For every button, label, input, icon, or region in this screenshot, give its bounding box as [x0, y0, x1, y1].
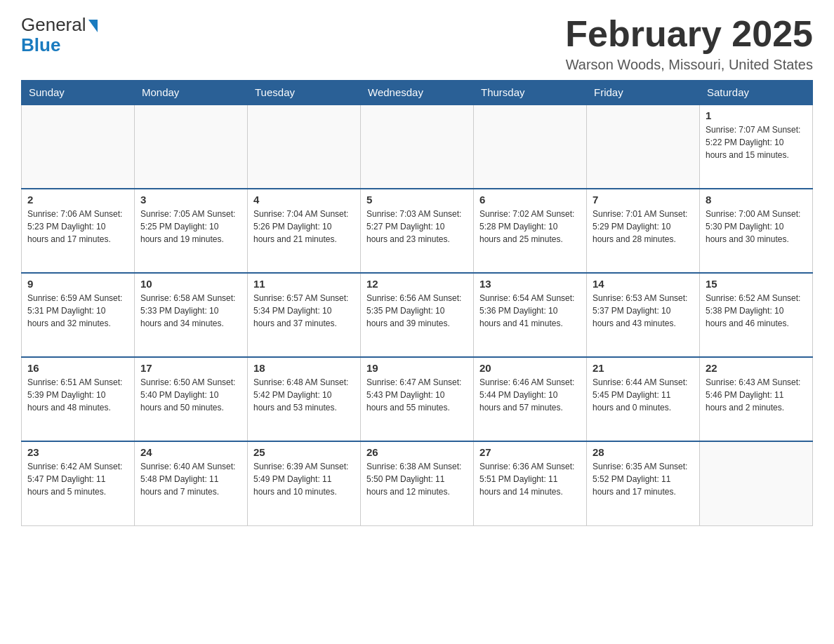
day-info: Sunrise: 7:04 AM Sunset: 5:26 PM Dayligh…	[253, 208, 355, 246]
day-number: 4	[253, 194, 355, 206]
day-info: Sunrise: 6:57 AM Sunset: 5:34 PM Dayligh…	[253, 292, 355, 330]
day-number: 2	[27, 194, 128, 206]
calendar-cell: 12Sunrise: 6:56 AM Sunset: 5:35 PM Dayli…	[361, 273, 474, 357]
calendar-cell	[22, 105, 135, 189]
day-number: 23	[27, 446, 128, 458]
calendar-cell	[135, 105, 248, 189]
calendar-cell: 19Sunrise: 6:47 AM Sunset: 5:43 PM Dayli…	[361, 357, 474, 441]
calendar-week-row: 1Sunrise: 7:07 AM Sunset: 5:22 PM Daylig…	[22, 105, 813, 189]
calendar-cell: 22Sunrise: 6:43 AM Sunset: 5:46 PM Dayli…	[700, 357, 813, 441]
day-number: 25	[253, 446, 355, 458]
day-info: Sunrise: 6:40 AM Sunset: 5:48 PM Dayligh…	[140, 460, 241, 498]
calendar-cell: 14Sunrise: 6:53 AM Sunset: 5:37 PM Dayli…	[587, 273, 700, 357]
logo-arrow-icon	[88, 20, 98, 32]
day-number: 19	[366, 362, 468, 374]
month-title: February 2025	[565, 14, 813, 54]
calendar-cell: 16Sunrise: 6:51 AM Sunset: 5:39 PM Dayli…	[22, 357, 135, 441]
calendar-cell: 25Sunrise: 6:39 AM Sunset: 5:49 PM Dayli…	[248, 441, 361, 525]
calendar-cell: 15Sunrise: 6:52 AM Sunset: 5:38 PM Dayli…	[700, 273, 813, 357]
calendar-cell: 17Sunrise: 6:50 AM Sunset: 5:40 PM Dayli…	[135, 357, 248, 441]
calendar-week-row: 9Sunrise: 6:59 AM Sunset: 5:31 PM Daylig…	[22, 273, 813, 357]
day-number: 1	[706, 109, 807, 121]
day-number: 16	[27, 362, 128, 374]
calendar-cell	[248, 105, 361, 189]
calendar-cell: 10Sunrise: 6:58 AM Sunset: 5:33 PM Dayli…	[135, 273, 248, 357]
day-info: Sunrise: 6:46 AM Sunset: 5:44 PM Dayligh…	[479, 376, 581, 414]
calendar-cell: 24Sunrise: 6:40 AM Sunset: 5:48 PM Dayli…	[135, 441, 248, 525]
day-info: Sunrise: 7:06 AM Sunset: 5:23 PM Dayligh…	[27, 208, 128, 246]
day-info: Sunrise: 6:54 AM Sunset: 5:36 PM Dayligh…	[479, 292, 581, 330]
logo-general-text: General	[21, 14, 86, 36]
day-number: 26	[366, 446, 468, 458]
calendar-table: SundayMondayTuesdayWednesdayThursdayFrid…	[21, 80, 813, 526]
day-info: Sunrise: 6:36 AM Sunset: 5:51 PM Dayligh…	[479, 460, 581, 498]
day-number: 10	[140, 278, 241, 290]
calendar-cell: 9Sunrise: 6:59 AM Sunset: 5:31 PM Daylig…	[22, 273, 135, 357]
day-number: 24	[140, 446, 241, 458]
day-info: Sunrise: 7:00 AM Sunset: 5:30 PM Dayligh…	[706, 208, 807, 246]
calendar-cell: 11Sunrise: 6:57 AM Sunset: 5:34 PM Dayli…	[248, 273, 361, 357]
day-info: Sunrise: 6:38 AM Sunset: 5:50 PM Dayligh…	[366, 460, 468, 498]
calendar-cell: 6Sunrise: 7:02 AM Sunset: 5:28 PM Daylig…	[474, 189, 587, 273]
calendar-cell: 2Sunrise: 7:06 AM Sunset: 5:23 PM Daylig…	[22, 189, 135, 273]
calendar-week-row: 16Sunrise: 6:51 AM Sunset: 5:39 PM Dayli…	[22, 357, 813, 441]
day-number: 15	[706, 278, 807, 290]
calendar-cell	[587, 105, 700, 189]
day-info: Sunrise: 6:44 AM Sunset: 5:45 PM Dayligh…	[593, 376, 694, 414]
day-number: 22	[706, 362, 807, 374]
day-info: Sunrise: 6:43 AM Sunset: 5:46 PM Dayligh…	[706, 376, 807, 414]
day-number: 3	[140, 194, 241, 206]
calendar-cell: 21Sunrise: 6:44 AM Sunset: 5:45 PM Dayli…	[587, 357, 700, 441]
weekday-header-sunday: Sunday	[22, 81, 135, 105]
day-number: 7	[593, 194, 694, 206]
calendar-cell: 13Sunrise: 6:54 AM Sunset: 5:36 PM Dayli…	[474, 273, 587, 357]
day-info: Sunrise: 7:01 AM Sunset: 5:29 PM Dayligh…	[593, 208, 694, 246]
calendar-week-row: 2Sunrise: 7:06 AM Sunset: 5:23 PM Daylig…	[22, 189, 813, 273]
day-number: 9	[27, 278, 128, 290]
day-info: Sunrise: 7:07 AM Sunset: 5:22 PM Dayligh…	[706, 123, 807, 161]
weekday-header-row: SundayMondayTuesdayWednesdayThursdayFrid…	[22, 81, 813, 105]
day-number: 13	[479, 278, 581, 290]
day-info: Sunrise: 6:58 AM Sunset: 5:33 PM Dayligh…	[140, 292, 241, 330]
calendar-cell: 23Sunrise: 6:42 AM Sunset: 5:47 PM Dayli…	[22, 441, 135, 525]
calendar-week-row: 23Sunrise: 6:42 AM Sunset: 5:47 PM Dayli…	[22, 441, 813, 525]
day-info: Sunrise: 6:56 AM Sunset: 5:35 PM Dayligh…	[366, 292, 468, 330]
calendar-cell: 26Sunrise: 6:38 AM Sunset: 5:50 PM Dayli…	[361, 441, 474, 525]
day-number: 27	[479, 446, 581, 458]
calendar-cell: 18Sunrise: 6:48 AM Sunset: 5:42 PM Dayli…	[248, 357, 361, 441]
calendar-cell: 1Sunrise: 7:07 AM Sunset: 5:22 PM Daylig…	[700, 105, 813, 189]
day-info: Sunrise: 6:51 AM Sunset: 5:39 PM Dayligh…	[27, 376, 128, 414]
weekday-header-wednesday: Wednesday	[361, 81, 474, 105]
page-header: General Blue February 2025 Warson Woods,…	[21, 14, 813, 73]
day-info: Sunrise: 6:47 AM Sunset: 5:43 PM Dayligh…	[366, 376, 468, 414]
day-info: Sunrise: 6:48 AM Sunset: 5:42 PM Dayligh…	[253, 376, 355, 414]
calendar-cell: 7Sunrise: 7:01 AM Sunset: 5:29 PM Daylig…	[587, 189, 700, 273]
day-number: 5	[366, 194, 468, 206]
calendar-cell	[700, 441, 813, 525]
logo: General Blue	[21, 14, 98, 56]
calendar-cell: 8Sunrise: 7:00 AM Sunset: 5:30 PM Daylig…	[700, 189, 813, 273]
day-number: 28	[593, 446, 694, 458]
day-info: Sunrise: 6:53 AM Sunset: 5:37 PM Dayligh…	[593, 292, 694, 330]
day-info: Sunrise: 7:03 AM Sunset: 5:27 PM Dayligh…	[366, 208, 468, 246]
day-info: Sunrise: 6:59 AM Sunset: 5:31 PM Dayligh…	[27, 292, 128, 330]
day-info: Sunrise: 6:50 AM Sunset: 5:40 PM Dayligh…	[140, 376, 241, 414]
calendar-cell: 4Sunrise: 7:04 AM Sunset: 5:26 PM Daylig…	[248, 189, 361, 273]
calendar-cell: 28Sunrise: 6:35 AM Sunset: 5:52 PM Dayli…	[587, 441, 700, 525]
calendar-cell: 3Sunrise: 7:05 AM Sunset: 5:25 PM Daylig…	[135, 189, 248, 273]
day-number: 18	[253, 362, 355, 374]
day-info: Sunrise: 6:42 AM Sunset: 5:47 PM Dayligh…	[27, 460, 128, 498]
day-number: 12	[366, 278, 468, 290]
calendar-cell	[474, 105, 587, 189]
day-number: 20	[479, 362, 581, 374]
weekday-header-tuesday: Tuesday	[248, 81, 361, 105]
day-number: 17	[140, 362, 241, 374]
location-subtitle: Warson Woods, Missouri, United States	[565, 57, 813, 73]
weekday-header-thursday: Thursday	[474, 81, 587, 105]
weekday-header-saturday: Saturday	[700, 81, 813, 105]
day-number: 6	[479, 194, 581, 206]
calendar-cell	[361, 105, 474, 189]
day-info: Sunrise: 7:05 AM Sunset: 5:25 PM Dayligh…	[140, 208, 241, 246]
calendar-cell: 20Sunrise: 6:46 AM Sunset: 5:44 PM Dayli…	[474, 357, 587, 441]
day-info: Sunrise: 7:02 AM Sunset: 5:28 PM Dayligh…	[479, 208, 581, 246]
